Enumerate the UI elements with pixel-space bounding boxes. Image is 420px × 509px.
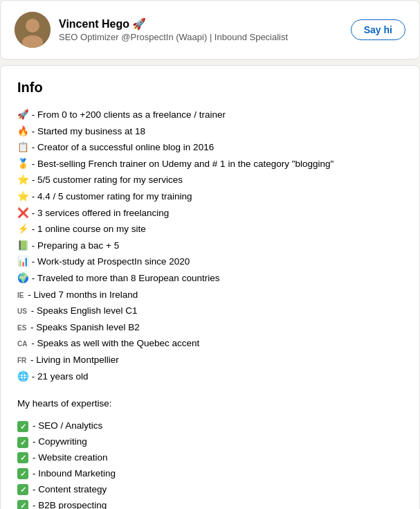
list-item: - B2B prospecting: [17, 498, 403, 509]
list-item: 🥇 - Best-selling French trainer on Udemy…: [17, 156, 403, 172]
list-item: IE - Lived 7 months in Ireland: [17, 287, 403, 303]
check-icon: [17, 437, 28, 448]
check-icon: [17, 500, 28, 509]
list-item: 📗 - Preparing a bac + 5: [17, 238, 403, 254]
check-icon: [17, 452, 28, 463]
list-item: 🌍 - Traveled to more than 8 European cou…: [17, 270, 403, 287]
info-card: Info 🚀 - From 0 to +200 clients as a fre…: [0, 65, 420, 509]
profile-name: Vincent Hego 🚀: [59, 17, 288, 30]
list-item: - Copywriting: [17, 434, 403, 450]
list-item: - Website creation: [17, 450, 403, 466]
info-section-title: Info: [17, 80, 403, 96]
avatar: [15, 12, 51, 48]
list-item: ⚡ - 1 online course on my site: [17, 221, 403, 238]
expertise-item: - SEO / Analytics: [33, 418, 102, 434]
expertise-item: - Copywriting: [33, 434, 87, 450]
check-icon: [17, 468, 28, 479]
list-item: ES - Speaks Spanish level B2: [17, 319, 403, 336]
expertise-item: - Website creation: [33, 450, 108, 466]
check-icon: [17, 421, 28, 432]
list-item: 🔥 - Started my business at 18: [17, 123, 403, 140]
list-item: ⭐ - 5/5 customer rating for my services: [17, 172, 403, 188]
svg-point-1: [26, 19, 39, 33]
profile-title: SEO Optimizer @ProspectIn (Waapi) | Inbo…: [59, 32, 288, 42]
list-item: ❌ - 3 services offered in freelancing: [17, 205, 403, 222]
expertise-heading: My hearts of expertise:: [17, 398, 403, 409]
expertise-item: - Inbound Marketing: [33, 466, 116, 482]
check-icon: [17, 484, 28, 495]
list-item: 🌐 - 21 years old: [17, 368, 403, 385]
expertise-item: - Content strategy: [33, 482, 107, 498]
list-item: - Content strategy: [17, 482, 403, 498]
expertise-item: - B2B prospecting: [33, 498, 107, 509]
list-item: FR - Living in Montpellier: [17, 352, 403, 368]
list-item: - Inbound Marketing: [17, 466, 403, 482]
list-item: 📊 - Work-study at ProspectIn since 2020: [17, 253, 403, 270]
profile-header: Vincent Hego 🚀 SEO Optimizer @ProspectIn…: [0, 0, 420, 60]
expertise-list: - SEO / Analytics - Copywriting - Websit…: [17, 418, 403, 509]
info-list: 🚀 - From 0 to +200 clients as a freelanc…: [17, 107, 403, 384]
list-item: - SEO / Analytics: [17, 418, 403, 434]
profile-info: Vincent Hego 🚀 SEO Optimizer @ProspectIn…: [59, 17, 288, 42]
say-hi-button[interactable]: Say hi: [351, 19, 405, 40]
profile-left: Vincent Hego 🚀 SEO Optimizer @ProspectIn…: [15, 12, 288, 48]
list-item: 🚀 - From 0 to +200 clients as a freelanc…: [17, 107, 403, 123]
list-item: 📋 - Creator of a successful online blog …: [17, 139, 403, 156]
list-item: ⭐ - 4.4 / 5 customer rating for my train…: [17, 188, 403, 205]
list-item: US - Speaks English level C1: [17, 303, 403, 319]
list-item: CA - Speaks as well with the Quebec acce…: [17, 335, 403, 352]
